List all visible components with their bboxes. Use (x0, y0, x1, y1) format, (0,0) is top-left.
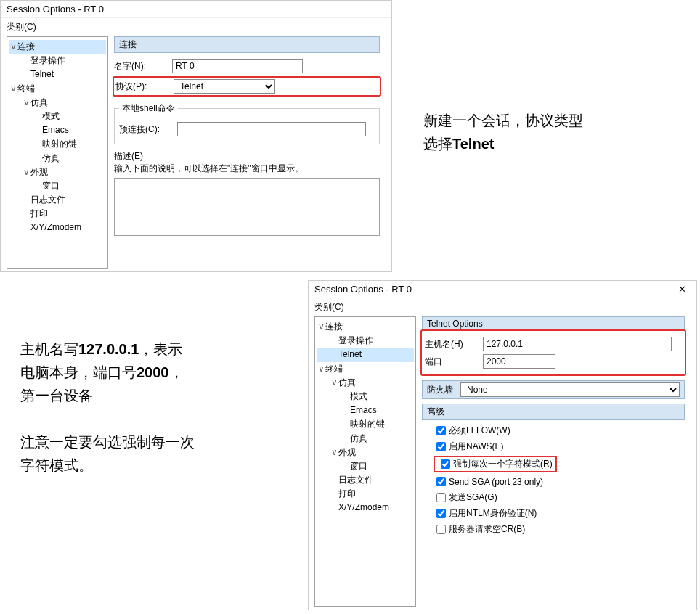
desc-legend: 描述(E) (114, 150, 380, 163)
tree-item[interactable]: Telnet (9, 67, 106, 81)
description-fieldset: 描述(E) 输入下面的说明，可以选择在"连接"窗口中显示。 (114, 150, 380, 236)
ntlm-checkbox[interactable] (436, 509, 446, 518)
tree-item[interactable]: 映射的键 (317, 417, 414, 431)
protocol-select[interactable]: Telnet (174, 79, 275, 94)
close-icon[interactable]: ✕ (674, 284, 691, 295)
tree-item[interactable]: Telnet (317, 348, 414, 361)
annotation-1: 新建一个会话，协议类型 选择Telnet (423, 109, 583, 155)
desc-hint: 输入下面的说明，可以选择在"连接"窗口中显示。 (114, 163, 380, 175)
tree-item[interactable]: Emacs (317, 404, 414, 417)
telnet-options-pane: Telnet Options 主机名(H) 端口 防火墙 None 高级 (416, 316, 691, 607)
tree-item[interactable]: X/Y/Zmodem (9, 221, 106, 234)
protocol-row-highlight: 协议(P): Telnet (113, 76, 381, 97)
category-tree[interactable]: ∨连接登录操作Telnet∨终端∨仿真模式Emacs映射的键仿真∨外观窗口日志文… (314, 316, 416, 607)
firewall-select[interactable]: None (460, 382, 680, 397)
naws-checkbox-row[interactable]: 启用NAWS(E) (432, 439, 685, 454)
tree-item[interactable]: 仿真 (9, 152, 106, 165)
section-header-telnet: Telnet Options (422, 316, 685, 331)
window-title-bar: Session Options - RT 0 ✕ (309, 281, 696, 298)
host-port-highlight: 主机名(H) 端口 (420, 329, 686, 376)
name-label: 名字(N): (114, 60, 172, 73)
tree-item[interactable]: ∨仿真 (9, 96, 106, 110)
window-title: Session Options - RT 0 (7, 4, 104, 15)
ntlm-checkbox-row[interactable]: 启用NTLM身份验证(N) (432, 506, 685, 521)
preconnect-input[interactable] (177, 122, 366, 136)
tree-item[interactable]: ∨连接 (317, 320, 414, 334)
tree-item[interactable]: 打印 (317, 487, 414, 501)
tree-item[interactable]: ∨终端 (317, 362, 414, 376)
tree-item[interactable]: ∨连接 (9, 40, 106, 54)
cr-checkbox[interactable] (436, 525, 446, 534)
name-input[interactable] (172, 59, 303, 73)
lflow-checkbox-row[interactable]: 必须LFLOW(W) (432, 423, 685, 438)
protocol-label: 协议(P): (115, 81, 174, 93)
tree-item[interactable]: 映射的键 (9, 137, 106, 151)
advanced-header: 高级 (422, 404, 685, 420)
session-options-window-1: Session Options - RT 0 类别(C) ∨连接登录操作Teln… (0, 0, 392, 272)
window-title-bar: Session Options - RT 0 (1, 1, 391, 18)
category-tree[interactable]: ∨连接登录操作Telnet∨终端∨仿真模式Emacs映射的键仿真∨外观窗口日志文… (7, 36, 108, 269)
tree-item[interactable]: ∨外观 (9, 165, 106, 179)
category-label: 类别(C) (309, 298, 696, 316)
fasga-checkbox[interactable] (436, 493, 446, 502)
name-row: 名字(N): (114, 59, 380, 73)
force-char-checkbox[interactable] (441, 459, 450, 469)
tree-item[interactable]: 日志文件 (9, 193, 106, 207)
connection-pane: 连接 名字(N): 协议(P): Telnet 本地shell命令 预连接(C)… (108, 36, 386, 269)
shell-fieldset: 本地shell命令 预连接(C): (114, 102, 380, 144)
tree-item[interactable]: 登录操作 (9, 54, 106, 67)
sendsga-checkbox-row[interactable]: Send SGA (port 23 only) (432, 474, 685, 489)
tree-item[interactable]: ∨外观 (317, 446, 414, 459)
shell-legend: 本地shell命令 (119, 102, 178, 115)
annotation-2: 主机名写127.0.0.1，表示 电脑本身，端口号2000， 第一台设备 注意一… (20, 337, 195, 477)
tree-item[interactable]: 仿真 (317, 432, 414, 446)
session-options-window-2: Session Options - RT 0 ✕ 类别(C) ∨连接登录操作Te… (308, 280, 697, 610)
section-header-connection: 连接 (114, 36, 380, 53)
naws-checkbox[interactable] (436, 442, 446, 451)
sendsga-checkbox[interactable] (436, 477, 446, 486)
tree-item[interactable]: X/Y/Zmodem (317, 501, 414, 515)
fasga-checkbox-row[interactable]: 发送SGA(G) (432, 490, 685, 505)
tree-item[interactable]: 登录操作 (317, 334, 414, 348)
description-textarea[interactable] (114, 178, 380, 236)
category-label: 类别(C) (1, 18, 391, 36)
host-label: 主机名(H) (425, 338, 483, 351)
port-label: 端口 (425, 356, 483, 368)
window-title: Session Options - RT 0 (314, 284, 412, 295)
preconnect-label: 预连接(C): (119, 123, 177, 136)
tree-item[interactable]: ∨终端 (9, 82, 106, 96)
tree-item[interactable]: 窗口 (9, 179, 106, 193)
tree-item[interactable]: 打印 (9, 207, 106, 221)
tree-item[interactable]: 窗口 (317, 459, 414, 473)
force-char-highlight: 强制每次一个字符模式(R) (434, 456, 557, 472)
cr-checkbox-row[interactable]: 服务器请求空CR(B) (432, 522, 685, 537)
tree-item[interactable]: 模式 (317, 390, 414, 404)
tree-item[interactable]: Emacs (9, 123, 106, 137)
host-input[interactable] (483, 337, 672, 351)
tree-item[interactable]: 日志文件 (317, 473, 414, 487)
lflow-checkbox[interactable] (436, 426, 446, 435)
port-input[interactable] (483, 354, 555, 369)
firewall-header: 防火墙 None (422, 380, 685, 399)
tree-item[interactable]: 模式 (9, 110, 106, 123)
force-char-row[interactable]: 强制每次一个字符模式(R) (432, 455, 685, 473)
tree-item[interactable]: ∨仿真 (317, 376, 414, 390)
